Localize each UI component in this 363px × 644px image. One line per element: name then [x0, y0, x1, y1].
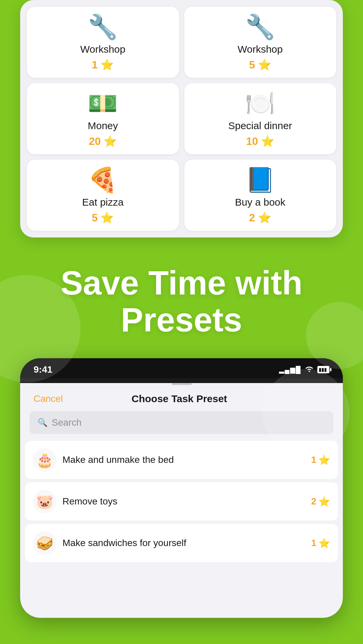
task-name-sandwiches: Make sandwiches for yourself	[62, 538, 305, 548]
reward-item-workshop5[interactable]: 🔧 Workshop 5 ⭐	[184, 7, 336, 78]
task-stars-remove-toys: 2 ⭐	[311, 496, 330, 507]
task-count-make-bed: 1	[311, 454, 316, 465]
reward-item-money[interactable]: 💵 Money 20 ⭐	[27, 83, 179, 154]
status-icons: ▂▄▆█ ▮▮▮	[279, 365, 329, 374]
task-count-remove-toys: 2	[311, 496, 316, 507]
task-name-make-bed: Make and unmake the bed	[62, 454, 305, 465]
reward-count-workshop1: 1	[92, 59, 98, 71]
star-icon-buy-book: ⭐	[258, 211, 271, 224]
promo-headline: Save Time with Presets	[20, 264, 343, 338]
status-time: 9:41	[34, 364, 52, 375]
reward-item-eat-pizza[interactable]: 🍕 Eat pizza 5 ⭐	[27, 160, 179, 231]
cancel-button[interactable]: Cancel	[34, 393, 63, 404]
sheet-header: Cancel Choose Task Preset	[20, 385, 343, 411]
task-name-remove-toys: Remove toys	[62, 496, 305, 507]
promo-line2: Presets	[121, 301, 242, 338]
reward-name-workshop5: Workshop	[237, 44, 283, 55]
task-item-sandwiches[interactable]: 🥪 Make sandwiches for yourself 1 ⭐	[25, 524, 338, 562]
sheet-title: Choose Task Preset	[132, 393, 227, 405]
task-star-make-bed: ⭐	[318, 454, 330, 466]
reward-stars-workshop1: 1 ⭐	[92, 58, 114, 71]
bottom-sheet: Cancel Choose Task Preset 🔍 Search 🎂 Mak…	[20, 383, 343, 618]
battery-icon: ▮▮▮	[317, 366, 329, 373]
reward-count-special-dinner: 10	[246, 135, 258, 148]
reward-stars-workshop5: 5 ⭐	[249, 58, 271, 71]
reward-count-eat-pizza: 5	[92, 212, 98, 224]
task-star-remove-toys: ⭐	[318, 496, 330, 507]
reward-item-workshop1[interactable]: 🔧 Workshop 1 ⭐	[27, 7, 179, 78]
reward-stars-eat-pizza: 5 ⭐	[92, 211, 114, 224]
reward-item-buy-book[interactable]: 📘 Buy a book 2 ⭐	[184, 160, 336, 231]
reward-emoji-special-dinner: 🍽️	[245, 91, 275, 115]
reward-emoji-workshop5: 🔧	[245, 15, 275, 39]
task-stars-sandwiches: 1 ⭐	[311, 538, 330, 549]
task-list: 🎂 Make and unmake the bed 1 ⭐ 🐷 Remove t…	[20, 441, 343, 562]
reward-stars-money: 20 ⭐	[89, 135, 117, 148]
reward-emoji-workshop1: 🔧	[88, 15, 118, 39]
rewards-card: 🔧 Workshop 1 ⭐ 🔧 Workshop 5 ⭐ 💵 Money 20…	[20, 0, 343, 237]
task-icon-remove-toys: 🐷	[33, 490, 56, 513]
search-icon: 🔍	[38, 418, 48, 427]
star-icon-money: ⭐	[103, 135, 117, 148]
wifi-icon	[305, 365, 314, 374]
task-stars-make-bed: 1 ⭐	[311, 454, 330, 466]
promo-line1: Save Time with	[60, 264, 303, 302]
star-icon-special-dinner: ⭐	[261, 135, 274, 148]
reward-name-eat-pizza: Eat pizza	[82, 197, 124, 208]
star-icon-eat-pizza: ⭐	[100, 211, 114, 224]
reward-name-workshop1: Workshop	[80, 44, 126, 55]
promo-section: Save Time with Presets	[0, 237, 363, 358]
reward-stars-buy-book: 2 ⭐	[249, 211, 271, 224]
reward-emoji-eat-pizza: 🍕	[88, 168, 118, 192]
reward-count-workshop5: 5	[249, 59, 255, 71]
reward-emoji-buy-book: 📘	[245, 168, 275, 192]
signal-icon: ▂▄▆█	[279, 366, 301, 374]
star-icon-workshop5: ⭐	[258, 58, 271, 71]
star-icon-workshop1: ⭐	[100, 58, 114, 71]
task-icon-sandwiches: 🥪	[33, 531, 56, 555]
search-placeholder-text: Search	[52, 417, 82, 428]
reward-name-money: Money	[88, 120, 118, 131]
rewards-grid: 🔧 Workshop 1 ⭐ 🔧 Workshop 5 ⭐ 💵 Money 20…	[27, 7, 336, 231]
task-item-remove-toys[interactable]: 🐷 Remove toys 2 ⭐	[25, 482, 338, 521]
reward-item-special-dinner[interactable]: 🍽️ Special dinner 10 ⭐	[184, 83, 336, 154]
reward-emoji-money: 💵	[88, 91, 118, 115]
task-count-sandwiches: 1	[311, 538, 316, 548]
reward-count-buy-book: 2	[249, 212, 255, 224]
task-item-make-bed[interactable]: 🎂 Make and unmake the bed 1 ⭐	[25, 441, 338, 479]
reward-stars-special-dinner: 10 ⭐	[246, 135, 274, 148]
reward-count-money: 20	[89, 135, 101, 148]
task-icon-make-bed: 🎂	[33, 448, 56, 472]
status-bar: 9:41 ▂▄▆█ ▮▮▮	[20, 358, 343, 378]
reward-name-special-dinner: Special dinner	[228, 120, 292, 131]
bottom-phone: 9:41 ▂▄▆█ ▮▮▮ Cancel Choose Task Preset …	[20, 358, 343, 618]
reward-name-buy-book: Buy a book	[235, 197, 285, 208]
task-star-sandwiches: ⭐	[318, 538, 330, 549]
search-bar[interactable]: 🔍 Search	[30, 411, 333, 434]
